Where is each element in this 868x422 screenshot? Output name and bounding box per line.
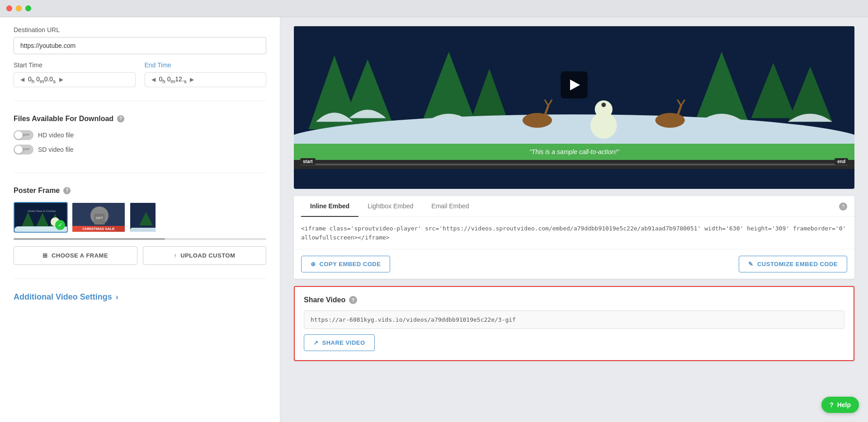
titlebar [0,0,868,17]
svg-rect-17 [130,228,156,233]
hd-toggle-state: OFF [23,133,30,137]
choose-frame-label: CHOOSE A FRAME [52,252,108,259]
time-row: Start Time ◀ 0h 0m0.0s ▶ End Time ◀ 0h 0… [14,61,266,87]
poster-thumb-3-img [130,203,156,232]
additional-settings-link[interactable]: Additional Video Settings › [14,292,266,302]
share-help-icon[interactable]: ? [349,296,357,304]
share-video-title: Share Video ? [304,296,844,304]
additional-settings-arrow: › [116,292,118,302]
hd-toggle[interactable]: OFF [14,130,33,140]
share-video-section: Share Video ? ↗ SHARE VIDEO [294,286,854,361]
cta-bar: "This is a sample call-to-action!" [294,144,854,160]
upload-label: UPLOAD CUSTOM [180,252,235,259]
copy-embed-button[interactable]: ⊕ COPY EMBED CODE [301,256,390,272]
embed-section: Inline Embed Lightbox Embed Email Embed … [294,196,854,279]
destination-url-label: Destination URL [14,26,266,33]
additional-settings-label: Additional Video Settings [14,292,112,302]
start-marker: start [300,158,316,165]
help-icon: ? [830,401,834,408]
svg-text:Santa Claus Is Coming: Santa Claus Is Coming [28,210,56,212]
destination-url-input[interactable] [14,37,266,54]
sd-toggle-label: SD video file [38,146,74,153]
share-btn-label: SHARE VIDEO [322,339,365,346]
help-button[interactable]: ? Help [821,397,859,413]
poster-frame-section: Poster Frame ? [14,187,266,279]
minimize-button[interactable] [16,5,22,11]
end-time-prev[interactable]: ◀ [150,75,157,84]
files-download-section: Files Available For Download ? OFF HD vi… [14,115,266,173]
copy-icon: ⊕ [311,261,316,267]
sd-toggle[interactable]: OFF [14,145,33,155]
tab-inline-embed[interactable]: Inline Embed [301,196,359,217]
video-player: Santa Claus Is Coming "This is a sample … [294,26,854,189]
left-panel: Destination URL Start Time ◀ 0h 0m0.0s ▶… [0,17,280,422]
christmas-badge: CHRISTMAS SALE [72,226,125,232]
share-video-button[interactable]: ↗ SHARE VIDEO [304,334,375,351]
play-icon [570,80,580,90]
copy-btn-label: COPY EMBED CODE [320,261,381,267]
share-url-input[interactable] [304,310,844,329]
poster-buttons: ⊞ CHOOSE A FRAME ↑ UPLOAD CUSTOM [14,246,266,265]
end-time-group: End Time ◀ 0h 0m12.s ▶ [145,61,267,87]
hd-toggle-label: HD video file [38,131,74,139]
embed-help-icon[interactable]: ? [839,202,847,211]
choose-frame-icon: ⊞ [42,252,48,259]
poster-frames-container: Santa Claus Is Coming ✓ GIFT [14,202,266,233]
upload-icon: ↑ [174,252,177,259]
svg-point-41 [523,113,552,128]
additional-settings-section: Additional Video Settings › [14,292,266,302]
sd-toggle-state: OFF [23,147,30,151]
tab-lightbox-embed[interactable]: Lightbox Embed [359,196,422,217]
svg-point-45 [655,113,684,128]
end-time-value: 0h 0m12.s [159,75,187,84]
embed-code-box: <iframe class='sproutvideo-player' src='… [294,217,854,249]
share-icon: ↗ [313,339,319,346]
tab-email-embed[interactable]: Email Embed [422,196,478,217]
start-time-prev[interactable]: ◀ [19,75,26,84]
start-time-field: ◀ 0h 0m0.0s ▶ [14,72,136,87]
upload-custom-button[interactable]: ↑ UPLOAD CUSTOM [143,246,267,265]
hd-toggle-row: OFF HD video file [14,130,266,140]
choose-frame-button[interactable]: ⊞ CHOOSE A FRAME [14,246,137,265]
end-time-next[interactable]: ▶ [188,75,196,84]
poster-thumb-1[interactable]: Santa Claus Is Coming ✓ [14,202,68,233]
embed-tabs: Inline Embed Lightbox Embed Email Embed … [294,196,854,217]
poster-frame-help-icon[interactable]: ? [63,187,71,194]
customize-btn-label: CUSTOMIZE EMBED CODE [757,261,838,267]
svg-point-40 [601,103,606,107]
help-label: Help [837,401,851,408]
start-time-value: 0h 0m0.0s [28,75,56,84]
maximize-button[interactable] [25,5,31,11]
customize-embed-button[interactable]: ✎ CUSTOMIZE EMBED CODE [739,256,847,272]
svg-text:GIFT: GIFT [96,216,104,220]
files-download-title: Files Available For Download ? [14,115,266,123]
poster-frame-title: Poster Frame ? [14,187,266,195]
embed-code-text: <iframe class='sproutvideo-player' src='… [301,224,847,242]
end-time-label: End Time [145,61,267,69]
poster-thumb-3[interactable] [129,202,156,233]
main-layout: Destination URL Start Time ◀ 0h 0m0.0s ▶… [0,17,868,422]
files-download-help-icon[interactable]: ? [117,115,124,122]
destination-url-section: Destination URL Start Time ◀ 0h 0m0.0s ▶… [14,26,266,101]
cta-text: "This is a sample call-to-action!" [529,148,619,155]
poster-thumb-1-check: ✓ [55,220,65,230]
start-time-label: Start Time [14,61,136,69]
hd-toggle-thumb [14,131,23,139]
end-marker: end [835,158,848,165]
embed-actions: ⊕ COPY EMBED CODE ✎ CUSTOMIZE EMBED CODE [294,249,854,279]
close-button[interactable] [6,5,12,11]
sd-toggle-row: OFF SD video file [14,145,266,155]
customize-icon: ✎ [748,261,754,267]
sd-toggle-thumb [14,145,23,154]
timeline-bar: start end [294,160,854,169]
end-time-field: ◀ 0h 0m12.s ▶ [145,72,267,87]
poster-scroll-thumb [14,238,165,240]
start-time-next[interactable]: ▶ [57,75,65,84]
start-time-group: Start Time ◀ 0h 0m0.0s ▶ [14,61,136,87]
poster-thumb-2[interactable]: GIFT CHRISTMAS SALE [71,202,126,233]
poster-scroll-track[interactable] [14,238,266,240]
right-panel: Santa Claus Is Coming "This is a sample … [280,17,868,422]
play-button[interactable] [561,71,588,98]
timeline-track[interactable]: start end [300,164,848,165]
video-preview: Santa Claus Is Coming [294,26,854,144]
